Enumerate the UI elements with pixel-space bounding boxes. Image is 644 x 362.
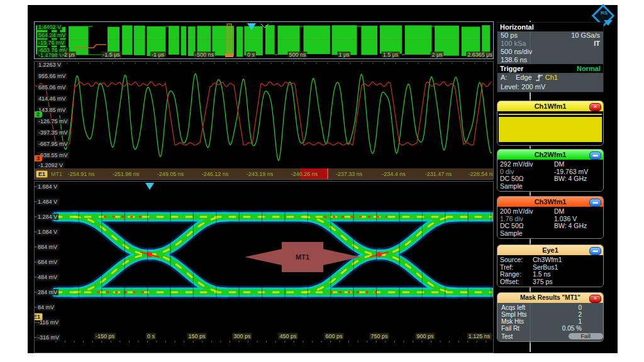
- mid-voltage-label: -1.2092 V: [37, 162, 64, 168]
- oscilloscope-screen: RS 1.4402 V564.24 mV-19.76 mV-603.76 mV-…: [0, 0, 644, 362]
- ch1-waveform-dialog[interactable]: Ch1Wfm1 ×: [497, 101, 604, 146]
- eye-voltage-label: 1.684 V: [36, 184, 58, 190]
- top-voltage-label: -19.76 mV: [37, 40, 66, 46]
- mid-time-label: -228.54 ns: [467, 171, 494, 177]
- mid-voltage-label: -667.95 mV: [37, 141, 69, 147]
- trigger-level-label: Level:: [501, 82, 519, 92]
- top-time-label: 1 μs: [337, 52, 350, 58]
- ch2-termination: DC 50Ω: [497, 175, 554, 183]
- eye-voltage-label: 884 mV: [36, 244, 58, 250]
- horizontal-row-record: 100 kSa IT: [497, 40, 603, 48]
- ch3-decimation-mode: Sample: [497, 230, 554, 238]
- mid-voltage-label: -397.35 mV: [37, 129, 69, 136]
- ch1-close-button[interactable]: ×: [589, 103, 601, 111]
- top-time-label: -1 μs: [150, 52, 165, 58]
- ch2-dialog-header[interactable]: Ch2Wfm1 ▬: [497, 150, 603, 160]
- rising-edge-icon: [535, 74, 543, 82]
- eye-diagram-window[interactable]: MT11.684 V1.484 V1.284 V1.084 V884 mV684…: [34, 181, 494, 353]
- eye1-dialog[interactable]: Eye1 ▬ Source:Ch3Wfm1 Tref:SerBus1 Range…: [497, 244, 604, 287]
- eye-e1-badge[interactable]: E1: [34, 313, 43, 321]
- panel-collapse-arrow-icon[interactable]: [604, 20, 613, 26]
- mask-violation-tick: [327, 168, 328, 179]
- ch2-coupling: DM: [554, 161, 603, 168]
- eye-time-label: 0 s: [146, 333, 156, 339]
- mid-voltage-label: 955.66 mV: [37, 73, 67, 79]
- horizontal-title: Horizontal: [500, 23, 534, 31]
- zoom-waveforms: [35, 62, 493, 168]
- ch3-waveform-dialog[interactable]: Ch3Wfm1 ▬ 200 mV/divDM 1.76 div1.036 V D…: [497, 196, 604, 239]
- zoom-waveform-window[interactable]: E1MT1-254.91 ns-251.98 ns-249.05 ns-246.…: [34, 61, 494, 180]
- top-time-label: 0 s: [246, 52, 256, 58]
- horizontal-trigger-panel[interactable]: Horizontal 50 ps 10 GSa/s 100 kSa IT 500…: [497, 22, 604, 92]
- mid-time-label: -254.91 ns: [67, 171, 96, 177]
- ch3-scale: 200 mV/div: [497, 208, 554, 216]
- eye1-range-value: 1.5 ns: [533, 271, 603, 278]
- eye-voltage-label: 284 mV: [36, 289, 58, 295]
- trigger-level-value: 200 mV: [521, 82, 545, 92]
- eye1-source-value: Ch3Wfm1: [533, 256, 603, 264]
- ch3-position-marker[interactable]: 3: [34, 155, 42, 162]
- mid-time-label: -251.98 ns: [111, 171, 141, 177]
- eye1-dialog-header[interactable]: Eye1 ▬: [497, 245, 603, 255]
- ch3-dialog-header[interactable]: Ch3Wfm1 ▬: [497, 197, 603, 207]
- mask-dialog-header[interactable]: Mask Results "MT1" ×: [497, 293, 603, 303]
- mask-acqs-value: 0: [547, 304, 582, 311]
- eye-trigger-marker[interactable]: [145, 183, 154, 190]
- mask-msk-label: Msk Hts: [497, 318, 547, 325]
- ch2-decimation-mode: Sample: [497, 183, 554, 190]
- ch1-dialog-title: Ch1Wfm1: [535, 102, 567, 110]
- ch3-dialog-title: Ch3Wfm1: [535, 198, 567, 206]
- eye1-offset-value: 375 ps: [533, 278, 603, 286]
- trigger-a-label: A:: [501, 73, 516, 82]
- zoom-region-marker[interactable]: [227, 24, 231, 57]
- mid-time-label: -240.26 ns: [290, 171, 319, 177]
- eye1-source-label: Source:: [497, 256, 533, 264]
- mid-time-label: -246.12 ns: [201, 171, 230, 177]
- ch3-minimize-button[interactable]: ▬: [589, 199, 601, 207]
- acquisition-overview-window[interactable]: 1.4402 V564.24 mV-19.76 mV-603.76 mV-1.4…: [34, 21, 494, 59]
- mid-voltage-label: 1.2263 V: [37, 62, 62, 68]
- eye-time-label: -150 ps: [94, 333, 116, 339]
- ch2-scale: 292 mV/div: [497, 161, 554, 168]
- mid-time-label: -249.05 ns: [156, 171, 186, 177]
- eye1-minimize-button[interactable]: ▬: [589, 247, 601, 255]
- top-time-label: 500 ns: [287, 52, 307, 58]
- top-time-label: -500 ns: [194, 52, 215, 58]
- mask-close-button[interactable]: ×: [589, 295, 601, 303]
- top-time-label: 1.5 μs: [382, 52, 400, 58]
- top-time-label: 2 μs: [430, 52, 443, 58]
- timebase-value: 500 ns/div: [501, 48, 532, 56]
- eye-voltage-label: 1.484 V: [36, 199, 58, 205]
- ch3-bandwidth: BW: 4 GHz: [554, 222, 603, 230]
- eye-voltage-label: 484 mV: [36, 274, 58, 280]
- ch2-waveform-dialog[interactable]: Ch2Wfm1 ▬ 292 mV/divDM 0 div-19.763 mV D…: [497, 149, 604, 192]
- mask-results-dialog[interactable]: Mask Results "MT1" × Acqs left0 Smpl Hts…: [497, 292, 604, 342]
- mask-failrate-label: Fail Rt: [497, 325, 547, 332]
- mid-voltage-label: 414.46 mV: [37, 96, 67, 102]
- scope-display-area: RS 1.4402 V564.24 mV-19.76 mV-603.76 mV-…: [28, 5, 618, 353]
- mask-dialog-body: Acqs left0 Smpl Hts2 Msk Hts1 Fail Rt0.0…: [497, 303, 603, 341]
- interpolation-mode: IT: [594, 40, 600, 48]
- ch1-dialog-header[interactable]: Ch1Wfm1 ×: [497, 101, 603, 111]
- ch2-position-marker[interactable]: 2: [34, 111, 42, 118]
- zoom-time-axis-bar: E1MT1-254.91 ns-251.98 ns-249.05 ns-246.…: [35, 168, 493, 179]
- mask-acqs-label: Acqs left: [497, 304, 547, 311]
- mid-time-label: -234.4 ns: [380, 171, 407, 177]
- eye-time-label: 1.125 ns: [467, 333, 492, 339]
- e1-axis-badge[interactable]: E1: [36, 170, 48, 178]
- mt1-axis-label: MT1: [50, 171, 64, 177]
- ch2-minimize-button[interactable]: ▬: [589, 151, 601, 160]
- ch3-termination: DC 50Ω: [497, 222, 554, 230]
- top-voltage-label: 564.24 mV: [37, 32, 67, 38]
- ch2-bandwidth: BW: 4 GHz: [554, 175, 603, 183]
- ch3-dialog-body: 200 mV/divDM 1.76 div1.036 V DC 50ΩBW: 4…: [497, 207, 603, 238]
- eye-voltage-label: 84 mV: [36, 304, 55, 310]
- horizontal-section-header: Horizontal: [497, 23, 603, 31]
- horizontal-position-value: 138.6 ns: [501, 56, 527, 64]
- mask-test-label: Test: [497, 333, 538, 340]
- eye-time-label: 300 ps: [232, 333, 252, 339]
- horizontal-row-resolution: 50 ps 10 GSa/s: [497, 31, 603, 40]
- record-length-value: 100 kSa: [501, 40, 526, 48]
- mid-voltage-label: -126.75 mV: [37, 118, 69, 124]
- top-time-label: -2 μs: [61, 52, 76, 58]
